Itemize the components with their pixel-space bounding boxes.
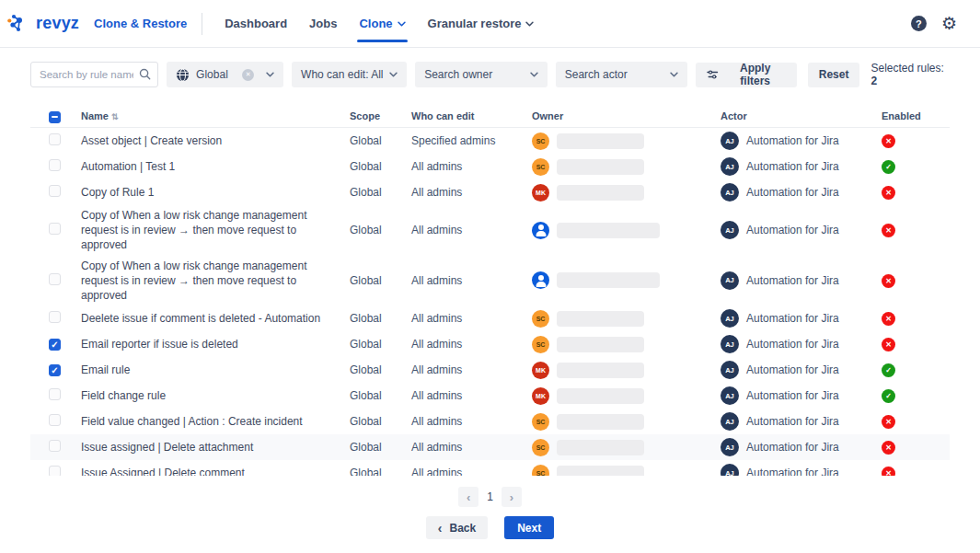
table-row[interactable]: Copy of Rule 1 Global All admins MK AJ A… <box>30 179 950 205</box>
scope-filter-dropdown[interactable]: Global ✕ <box>167 62 283 87</box>
table-row[interactable]: Field change rule Global All admins MK A… <box>30 383 950 409</box>
row-checkbox[interactable] <box>49 159 61 171</box>
column-header-name[interactable]: Name⇅ <box>81 110 350 121</box>
enabled-badge: ✕ <box>882 274 895 288</box>
rule-name: Copy of When a low risk change managemen… <box>81 256 350 306</box>
rule-name: Copy of Rule 1 <box>81 182 350 202</box>
enabled-badge: ✕ <box>882 312 895 326</box>
row-checkbox[interactable] <box>49 414 61 426</box>
rule-who-can-edit: All admins <box>411 312 532 325</box>
enabled-badge: ✕ <box>882 186 895 200</box>
next-button[interactable]: Next <box>504 516 554 539</box>
row-checkbox[interactable] <box>49 440 61 452</box>
who-can-edit-filter-dropdown[interactable]: Who can edit: All <box>292 62 407 87</box>
chevron-left-icon: ‹ <box>438 521 443 536</box>
owner-avatar: SC <box>532 413 549 431</box>
apply-filters-button[interactable]: Apply filters <box>696 63 797 87</box>
settings-gear-icon[interactable]: ⚙ <box>941 15 957 32</box>
table-row[interactable]: Field value changed | Action : Create in… <box>30 409 950 434</box>
rule-actor: AJ Automation for Jira <box>721 464 882 476</box>
column-header-enabled: Enabled <box>882 110 950 121</box>
sort-icon: ⇅ <box>111 112 119 121</box>
owner-name-redacted <box>557 440 644 455</box>
actor-filter-dropdown[interactable]: Search actor <box>556 62 688 87</box>
rule-owner <box>532 222 721 239</box>
table-row[interactable]: Asset object | Create version Global Spe… <box>30 128 950 154</box>
owner-name-redacted <box>557 466 644 476</box>
rule-owner <box>532 271 721 289</box>
owner-avatar: SC <box>532 310 549 328</box>
table-row[interactable]: Copy of When a low risk change managemen… <box>30 205 950 256</box>
scope-filter-value: Global <box>196 68 236 81</box>
row-checkbox[interactable] <box>49 223 61 235</box>
row-checkbox[interactable] <box>49 185 61 197</box>
owner-avatar <box>532 271 549 289</box>
chevron-down-icon <box>670 72 678 77</box>
app-title: Clone & Restore <box>94 17 187 30</box>
rule-name: Asset object | Create version <box>81 131 350 151</box>
rule-scope: Global <box>350 389 411 402</box>
owner-avatar <box>532 222 549 239</box>
nav-label: Dashboard <box>225 17 287 30</box>
rule-name: Email reporter if issue is deleted <box>81 334 350 354</box>
row-checkbox[interactable] <box>49 388 61 400</box>
row-checkbox[interactable] <box>49 133 61 145</box>
owner-avatar: MK <box>532 362 549 379</box>
enabled-badge: ✕ <box>882 441 895 455</box>
rule-owner: MK <box>532 387 721 405</box>
actor-filter-placeholder: Search actor <box>565 68 671 81</box>
nav-item-clone[interactable]: Clone <box>348 0 416 48</box>
table-row[interactable]: Automation | Test 1 Global All admins SC… <box>30 154 950 179</box>
back-button[interactable]: ‹ Back <box>426 516 488 539</box>
actor-name: Automation for Jira <box>746 274 839 287</box>
pagination-current-page: 1 <box>487 490 493 503</box>
rule-name: Email rule <box>81 360 350 380</box>
row-checkbox[interactable] <box>49 311 61 323</box>
rule-scope: Global <box>350 134 411 147</box>
owner-name-redacted <box>557 414 644 430</box>
enabled-badge: ✓ <box>882 160 895 174</box>
actor-name: Automation for Jira <box>746 441 839 454</box>
actor-avatar: AJ <box>721 438 739 456</box>
pagination-next-button[interactable]: › <box>502 487 522 507</box>
table-row[interactable]: Deelete issue if comment is deleted - Au… <box>30 305 950 331</box>
main-nav: Dashboard Jobs Clone Granular restore <box>213 0 545 48</box>
rule-actor: AJ Automation for Jira <box>721 271 882 290</box>
select-all-checkbox[interactable] <box>49 111 61 123</box>
nav-item-granular-restore[interactable]: Granular restore <box>417 0 546 48</box>
owner-avatar: SC <box>532 132 549 150</box>
rule-scope: Global <box>350 441 411 454</box>
actor-name: Automation for Jira <box>746 338 839 351</box>
rule-actor: AJ Automation for Jira <box>721 309 882 328</box>
chevron-down-icon <box>398 21 406 27</box>
owner-filter-dropdown[interactable]: Search owner <box>415 62 548 87</box>
header-actions: ? ⚙ <box>911 15 957 32</box>
rule-who-can-edit: All admins <box>411 338 532 351</box>
pagination-prev-button[interactable]: ‹ <box>458 487 478 507</box>
table-row[interactable]: Issue assigned | Delete attachment Globa… <box>30 434 950 460</box>
help-icon[interactable]: ? <box>911 16 927 31</box>
nav-item-jobs[interactable]: Jobs <box>298 0 348 48</box>
reset-button[interactable]: Reset <box>808 63 860 87</box>
table-row[interactable]: Issue Assigned | Delete comment Global A… <box>30 460 950 476</box>
nav-label: Clone <box>359 17 392 30</box>
actor-avatar: AJ <box>721 361 739 379</box>
actor-name: Automation for Jira <box>746 312 839 325</box>
owner-name-redacted <box>557 223 660 238</box>
rule-who-can-edit: All admins <box>411 274 532 287</box>
table-row[interactable]: Email rule Global All admins MK AJ Autom… <box>30 357 950 383</box>
table-row[interactable]: Copy of When a low risk change managemen… <box>30 256 950 306</box>
clear-filter-icon[interactable]: ✕ <box>242 69 254 81</box>
actor-avatar: AJ <box>721 309 739 328</box>
row-checkbox[interactable] <box>49 364 61 376</box>
owner-avatar: MK <box>532 387 549 405</box>
chevron-down-icon <box>530 72 538 77</box>
rule-scope: Global <box>350 274 411 287</box>
rule-who-can-edit: All admins <box>411 186 532 199</box>
owner-name-redacted <box>557 337 644 352</box>
row-checkbox[interactable] <box>49 339 61 351</box>
nav-item-dashboard[interactable]: Dashboard <box>213 0 298 48</box>
row-checkbox[interactable] <box>49 273 61 285</box>
table-row[interactable]: Email reporter if issue is deleted Globa… <box>30 331 950 357</box>
row-checkbox[interactable] <box>49 466 61 476</box>
